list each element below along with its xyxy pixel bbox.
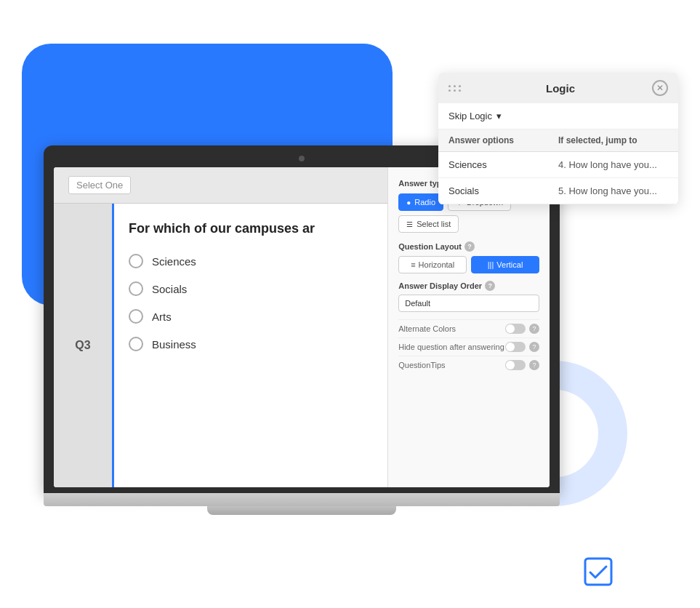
logic-answer-socials: Socials — [448, 185, 558, 196]
question-text: For which of our campuses ar — [129, 221, 373, 236]
skip-logic-dropdown[interactable]: ▾ — [496, 111, 502, 121]
question-tips-switch[interactable] — [505, 360, 526, 370]
vertical-icon: ||| — [488, 260, 494, 269]
display-order-select[interactable]: Default — [398, 295, 539, 312]
answer-option-2[interactable]: Socials — [129, 281, 373, 296]
answer-option-4[interactable]: Business — [129, 337, 373, 351]
table-header-jump: If selected, jump to — [558, 135, 668, 145]
logic-jump-sciences: 4. How long have you... — [558, 159, 668, 170]
hide-question-toggle-row: Hide question after answering ? — [398, 337, 539, 356]
checkbox-logo-icon — [584, 557, 613, 586]
logic-title: Logic — [469, 82, 652, 95]
logic-header: Logic ✕ — [438, 73, 678, 103]
radio-icon: ● — [406, 199, 411, 207]
selectlist-icon: ☰ — [406, 220, 413, 228]
hide-question-label: Hide question after answering — [398, 343, 504, 351]
radio-business[interactable] — [129, 337, 143, 351]
answer-label-socials: Socials — [152, 283, 187, 295]
layout-heading-text: Question Layout — [398, 242, 462, 251]
layout-vertical-label: Vertical — [496, 260, 523, 269]
type-radio-button[interactable]: ● Radio — [398, 193, 443, 211]
table-header-answer: Answer options — [448, 135, 558, 145]
type-selectlist-button[interactable]: ☰ Select list — [398, 215, 459, 233]
answer-label-business: Business — [152, 338, 196, 351]
type-radio-label: Radio — [414, 198, 435, 207]
survey-panel: Select One Q3 For which of our campuses … — [54, 167, 387, 487]
logic-row-sciences: Sciences 4. How long have you... — [438, 152, 678, 178]
bottom-logo — [584, 557, 613, 586]
hide-question-toggle-right: ? — [505, 342, 539, 352]
display-order-text: Answer Display Order — [398, 281, 482, 290]
drag-handle[interactable] — [448, 85, 462, 92]
laptop-base — [44, 493, 560, 506]
drag-dot-5 — [454, 89, 456, 92]
layout-help-icon[interactable]: ? — [464, 241, 475, 252]
radio-sciences[interactable] — [129, 254, 143, 268]
layout-vertical-button[interactable]: ||| Vertical — [471, 256, 539, 273]
drag-dot-3 — [459, 85, 461, 87]
laptop-screen: Select One Q3 For which of our campuses … — [54, 167, 550, 487]
hide-question-switch[interactable] — [505, 342, 526, 352]
laptop-foot — [207, 506, 396, 515]
question-label: Q3 — [54, 204, 112, 487]
type-selectlist-label: Select list — [417, 220, 451, 228]
display-order-help-icon[interactable]: ? — [485, 281, 495, 291]
question-tips-toggle-right: ? — [505, 360, 539, 370]
question-content: For which of our campuses ar Sciences So… — [112, 204, 387, 487]
question-tips-label: QuestionTips — [398, 361, 445, 369]
select-one-input[interactable]: Select One — [68, 176, 131, 194]
logic-panel: Logic ✕ Skip Logic ▾ Answer options If s… — [438, 73, 678, 204]
alternate-colors-toggle-row: Alternate Colors ? — [398, 319, 539, 337]
alternate-colors-label: Alternate Colors — [398, 324, 456, 333]
survey-body: Q3 For which of our campuses ar Sciences… — [54, 204, 387, 487]
layout-options: ≡ Horizontal ||| Vertical — [398, 256, 539, 273]
radio-socials[interactable] — [129, 281, 143, 296]
answer-label-arts: Arts — [152, 311, 172, 323]
logic-row-socials: Socials 5. How long have you... — [438, 178, 678, 204]
logic-table-header: Answer options If selected, jump to — [438, 129, 678, 152]
drag-dot-2 — [454, 85, 456, 87]
logic-answer-sciences: Sciences — [448, 159, 558, 170]
answer-option-3[interactable]: Arts — [129, 309, 373, 324]
answer-option-1[interactable]: Sciences — [129, 254, 373, 268]
question-tips-toggle-row: QuestionTips ? — [398, 356, 539, 374]
settings-panel: Answer type ● Radio ▼ Dropdown ☰ Select … — [387, 167, 550, 487]
radio-arts[interactable] — [129, 309, 143, 324]
horizontal-icon: ≡ — [411, 260, 415, 269]
drag-dot-1 — [448, 85, 451, 87]
skip-logic-label: Skip Logic — [448, 111, 492, 121]
hide-question-help[interactable]: ? — [529, 342, 539, 352]
layout-horizontal-label: Horizontal — [419, 260, 455, 269]
logic-skip-row: Skip Logic ▾ — [438, 103, 678, 129]
answer-label-sciences: Sciences — [152, 255, 196, 268]
question-tips-help[interactable]: ? — [529, 360, 539, 370]
alternate-colors-toggle-right: ? — [505, 324, 539, 334]
drag-dot-4 — [448, 89, 451, 92]
alternate-colors-help[interactable]: ? — [529, 324, 539, 334]
display-order-heading: Answer Display Order ? — [398, 281, 539, 291]
drag-dot-6 — [459, 89, 461, 92]
layout-horizontal-button[interactable]: ≡ Horizontal — [398, 256, 467, 273]
svg-rect-0 — [585, 559, 611, 585]
logic-jump-socials: 5. How long have you... — [558, 185, 668, 196]
question-layout-heading: Question Layout ? — [398, 241, 539, 252]
logic-close-button[interactable]: ✕ — [652, 80, 668, 96]
alternate-colors-switch[interactable] — [505, 324, 526, 334]
survey-header: Select One — [54, 167, 387, 204]
laptop-camera — [299, 156, 305, 161]
